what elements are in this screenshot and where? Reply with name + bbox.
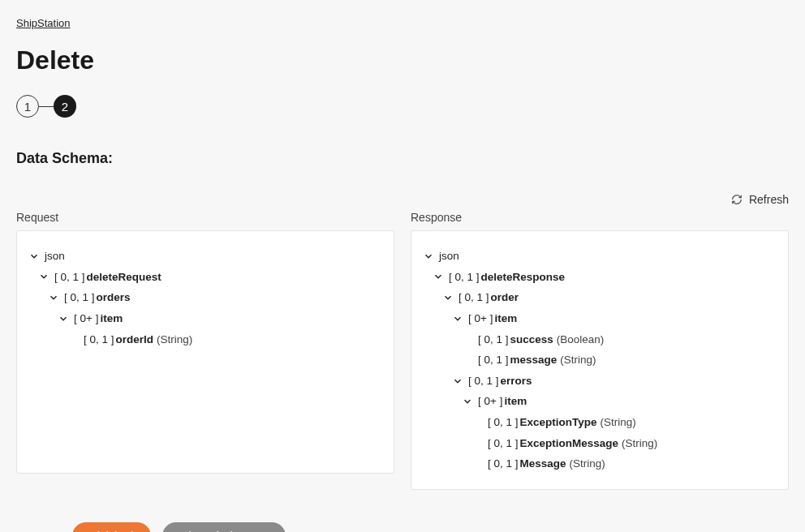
tree-name: message — [510, 350, 557, 371]
tree-cardinality: [ 0, 1 ] — [449, 267, 480, 288]
refresh-icon — [731, 194, 743, 205]
tree-node-order[interactable]: [ 0, 1 ] order — [423, 287, 777, 308]
response-header: Response — [411, 211, 789, 224]
request-header: Request — [16, 211, 394, 224]
tree-node-errors[interactable]: [ 0, 1 ] errors — [423, 371, 777, 392]
response-panel: json [ 0, 1 ] deleteResponse [ 0, 1 ] or… — [411, 230, 789, 490]
tree-cardinality: [ 0, 1 ] — [478, 350, 509, 371]
tree-cardinality: [ 0, 1 ] — [64, 287, 95, 308]
footer-actions: Back Finished Discard Changes — [16, 522, 789, 532]
tree-cardinality: [ 0+ ] — [468, 308, 493, 329]
tree-type: (Boolean) — [557, 329, 605, 350]
chevron-down-icon[interactable] — [433, 271, 444, 282]
step-2[interactable]: 2 — [54, 95, 76, 118]
tree-node-orderid[interactable]: [ 0, 1 ] orderId (String) — [28, 329, 382, 350]
page-title: Delete — [16, 45, 789, 75]
tree-cardinality: [ 0+ ] — [74, 308, 98, 329]
tree-name: success — [510, 329, 553, 350]
tree-node-exceptionmessage[interactable]: [ 0, 1 ] ExceptionMessage (String) — [423, 433, 777, 454]
tree-type: (String) — [601, 412, 636, 433]
tree-node-json[interactable]: json — [28, 246, 382, 267]
section-title: Data Schema: — [16, 150, 789, 167]
tree-cardinality: [ 0, 1 ] — [488, 453, 519, 474]
tree-name: ExceptionMessage — [520, 433, 619, 454]
tree-node-errors-item[interactable]: [ 0+ ] item — [423, 391, 777, 412]
tree-node-message2[interactable]: [ 0, 1 ] Message (String) — [423, 453, 777, 474]
chevron-down-icon[interactable] — [38, 271, 50, 282]
tree-cardinality: [ 0, 1 ] — [488, 412, 519, 433]
tree-type: (String) — [157, 329, 192, 350]
tree-name: Message — [520, 453, 566, 474]
finished-button[interactable]: Finished — [72, 522, 151, 532]
tree-cardinality: [ 0, 1 ] — [478, 329, 509, 350]
chevron-down-icon[interactable] — [423, 251, 434, 262]
response-column: Response json [ 0, 1 ] deleteResponse [ … — [411, 211, 789, 490]
discard-button[interactable]: Discard Changes — [162, 522, 285, 532]
chevron-down-icon[interactable] — [48, 292, 59, 303]
tree-name: item — [504, 391, 527, 412]
step-connector — [39, 106, 54, 107]
tree-name: orderId — [116, 329, 154, 350]
tree-node-json[interactable]: json — [423, 246, 777, 267]
tree-label: json — [439, 246, 459, 267]
chevron-down-icon[interactable] — [28, 251, 40, 262]
stepper: 1 2 — [16, 95, 789, 118]
tree-name: deleteRequest — [87, 267, 161, 288]
back-button[interactable]: Back — [16, 523, 61, 532]
tree-node-success[interactable]: [ 0, 1 ] success (Boolean) — [423, 329, 777, 350]
tree-type: (String) — [560, 350, 596, 371]
tree-cardinality: [ 0, 1 ] — [84, 329, 114, 350]
refresh-button[interactable]: Refresh — [731, 193, 789, 206]
tree-type: (String) — [622, 433, 657, 454]
tree-cardinality: [ 0, 1 ] — [458, 287, 489, 308]
request-panel: json [ 0, 1 ] deleteRequest [ 0, 1 ] ord… — [16, 230, 394, 474]
tree-label: json — [45, 246, 65, 267]
chevron-down-icon[interactable] — [442, 292, 454, 303]
tree-cardinality: [ 0, 1 ] — [468, 371, 499, 392]
tree-node-deleterequest[interactable]: [ 0, 1 ] deleteRequest — [28, 267, 382, 288]
breadcrumb-link[interactable]: ShipStation — [16, 17, 71, 29]
tree-name: orders — [97, 287, 131, 308]
tree-node-message[interactable]: [ 0, 1 ] message (String) — [423, 350, 777, 371]
tree-name: item — [100, 308, 123, 329]
chevron-down-icon[interactable] — [462, 396, 473, 407]
request-column: Request json [ 0, 1 ] deleteRequest [ 0,… — [16, 211, 394, 490]
tree-node-item[interactable]: [ 0+ ] item — [423, 308, 777, 329]
tree-name: errors — [501, 371, 532, 392]
tree-name: item — [494, 308, 517, 329]
tree-name: deleteResponse — [481, 267, 566, 288]
tree-node-orders[interactable]: [ 0, 1 ] orders — [28, 287, 382, 308]
tree-type: (String) — [570, 453, 605, 474]
tree-name: ExceptionType — [520, 412, 597, 433]
tree-cardinality: [ 0, 1 ] — [54, 267, 85, 288]
tree-cardinality: [ 0, 1 ] — [488, 433, 519, 454]
tree-node-exceptiontype[interactable]: [ 0, 1 ] ExceptionType (String) — [423, 412, 777, 433]
tree-node-deleteresponse[interactable]: [ 0, 1 ] deleteResponse — [423, 267, 777, 288]
tree-cardinality: [ 0+ ] — [478, 391, 502, 412]
refresh-label: Refresh — [749, 193, 789, 206]
step-1[interactable]: 1 — [16, 95, 39, 118]
tree-name: order — [491, 287, 519, 308]
back-label: Back — [31, 530, 58, 532]
chevron-down-icon[interactable] — [58, 313, 69, 324]
tree-node-item[interactable]: [ 0+ ] item — [28, 308, 382, 329]
chevron-down-icon[interactable] — [452, 313, 463, 324]
chevron-down-icon[interactable] — [452, 375, 463, 387]
